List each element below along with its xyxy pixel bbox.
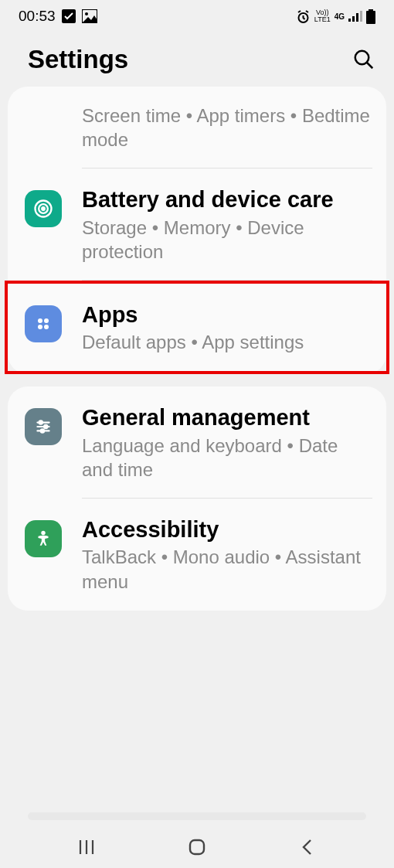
- setting-title: Apps: [82, 301, 372, 328]
- general-management-icon: [25, 408, 62, 445]
- svg-rect-4: [348, 19, 351, 22]
- back-button[interactable]: [297, 837, 318, 857]
- settings-card-1: Screen time • App timers • Bedtime mode …: [8, 87, 386, 374]
- setting-battery-device-care[interactable]: Battery and device care Storage • Memory…: [8, 168, 386, 281]
- setting-subtitle: Default apps • App settings: [82, 330, 372, 354]
- alarm-icon: [296, 9, 311, 24]
- setting-general-management[interactable]: General management Language and keyboard…: [8, 386, 386, 499]
- svg-rect-7: [360, 11, 362, 22]
- header: Settings: [0, 29, 394, 87]
- setting-title: General management: [82, 403, 372, 431]
- navigation-bar: [0, 825, 394, 868]
- image-icon: [82, 9, 97, 23]
- settings-card-2: General management Language and keyboard…: [8, 386, 386, 610]
- svg-rect-29: [190, 840, 204, 854]
- svg-point-17: [38, 325, 42, 329]
- setting-title: Accessibility: [82, 516, 372, 543]
- setting-apps[interactable]: Apps Default apps • App settings: [5, 281, 389, 374]
- scrollbar-indicator: [28, 812, 366, 820]
- device-care-icon: [25, 190, 62, 227]
- setting-subtitle: TalkBack • Mono audio • Assistant menu: [82, 545, 372, 593]
- svg-point-15: [38, 318, 42, 323]
- svg-rect-6: [356, 13, 358, 22]
- status-bar: 00:53 Vo)) LTE1 4G: [0, 0, 394, 29]
- svg-point-24: [41, 430, 44, 433]
- svg-line-11: [367, 63, 373, 69]
- signal-icon: [348, 11, 362, 22]
- recent-apps-button[interactable]: [76, 837, 97, 857]
- setting-digital-wellbeing[interactable]: Screen time • App timers • Bedtime mode: [8, 87, 386, 168]
- setting-subtitle: Screen time • App timers • Bedtime mode: [82, 104, 372, 151]
- signal-4g: 4G: [335, 12, 345, 21]
- svg-point-20: [39, 421, 42, 424]
- svg-rect-5: [352, 16, 355, 22]
- svg-point-25: [41, 531, 45, 535]
- setting-title: Battery and device care: [82, 186, 372, 213]
- status-time: 00:53: [19, 8, 56, 25]
- search-icon[interactable]: [352, 48, 375, 71]
- svg-point-14: [42, 208, 45, 211]
- accessibility-icon: [25, 520, 62, 557]
- svg-point-18: [44, 325, 49, 329]
- svg-point-16: [44, 318, 49, 323]
- battery-icon: [366, 9, 375, 24]
- page-title: Settings: [28, 45, 128, 74]
- network-label: Vo)) LTE1: [314, 9, 331, 23]
- setting-subtitle: Language and keyboard • Date and time: [82, 434, 372, 482]
- svg-rect-9: [366, 11, 375, 24]
- svg-rect-8: [369, 9, 373, 11]
- svg-point-2: [85, 12, 88, 15]
- setting-subtitle: Storage • Memory • Device protection: [82, 216, 372, 264]
- svg-point-22: [44, 425, 47, 428]
- apps-icon: [25, 305, 62, 342]
- setting-accessibility[interactable]: Accessibility TalkBack • Mono audio • As…: [8, 499, 386, 611]
- checkbox-icon: [62, 9, 76, 23]
- home-button[interactable]: [187, 837, 207, 857]
- svg-point-10: [355, 51, 369, 65]
